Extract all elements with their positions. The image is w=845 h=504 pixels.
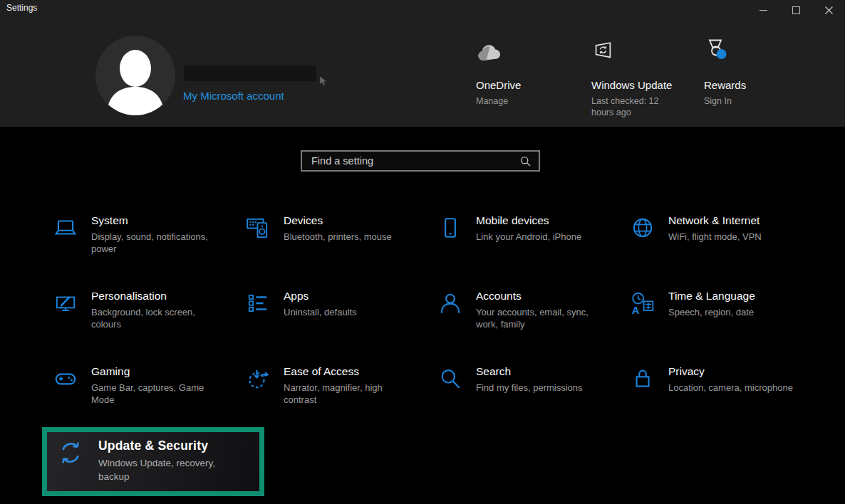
search-icon[interactable]: [520, 156, 539, 167]
search-input[interactable]: [302, 155, 520, 167]
quick-item-title: Rewards: [704, 79, 746, 91]
minimize-icon: [760, 6, 767, 14]
tile-network-internet[interactable]: Network & Internet WiFi, flight mode, VP…: [620, 214, 812, 289]
user-name-redacted: [184, 65, 316, 81]
tile-apps[interactable]: Apps Uninstall, defaults: [235, 289, 427, 364]
mouse-cursor-icon: [319, 75, 328, 87]
tile-title: Mobile devices: [476, 214, 581, 228]
avatar[interactable]: [95, 36, 175, 115]
tile-mobile-devices[interactable]: Mobile devices Link your Android, iPhone: [427, 214, 620, 289]
mobile-devices-icon: [437, 215, 463, 243]
devices-icon: [245, 215, 271, 243]
tile-subtitle: Bluetooth, printers, mouse: [284, 231, 392, 243]
tile-title: Personalisation: [91, 289, 218, 303]
window-title: Settings: [6, 3, 37, 13]
tile-accounts[interactable]: Accounts Your accounts, email, sync, wor…: [427, 289, 620, 364]
tile-title: Accounts: [476, 289, 603, 303]
search-category-icon: [437, 366, 463, 394]
accounts-icon: [437, 290, 463, 319]
tile-subtitle: Narrator, magnifier, high contrast: [284, 382, 410, 406]
tile-subtitle: Link your Android, iPhone: [476, 231, 581, 243]
tile-title: Ease of Access: [284, 364, 410, 379]
tile-title: Search: [476, 364, 583, 379]
tile-privacy[interactable]: Privacy Location, camera, microphone: [620, 364, 812, 440]
tile-time-language[interactable]: A Time & Language Speech, region, date: [620, 289, 812, 364]
time-language-icon: A: [630, 290, 655, 319]
header-band: Settings: [0, 0, 845, 127]
close-button[interactable]: [812, 0, 845, 20]
quick-item-rewards[interactable]: Rewards Sign In: [704, 38, 746, 107]
quick-item-subtitle: Last checked: 12 hours ago: [591, 95, 665, 118]
tile-title: System: [91, 214, 218, 228]
gaming-icon: [53, 366, 78, 394]
tile-subtitle: Location, camera, microphone: [668, 382, 793, 394]
highlight-outline: Update & Security Windows Update, recove…: [42, 427, 264, 496]
titlebar: Settings: [0, 0, 845, 20]
windows-update-icon: [591, 38, 672, 62]
quick-item-subtitle: Sign In: [704, 95, 746, 107]
settings-category-grid: System Display, sound, notifications, po…: [43, 214, 812, 440]
tile-subtitle: Windows Update, recovery, backup: [98, 456, 230, 483]
ease-of-access-icon: [245, 366, 271, 394]
tile-title: Gaming: [91, 364, 218, 379]
onedrive-cloud-icon: [476, 38, 521, 62]
window-controls: [747, 0, 845, 20]
tile-subtitle: Your accounts, email, sync, work, family: [476, 306, 603, 330]
tile-system[interactable]: System Display, sound, notifications, po…: [43, 214, 235, 289]
quick-item-subtitle: Manage: [476, 95, 521, 107]
apps-icon: [245, 290, 271, 319]
tile-subtitle: Speech, region, date: [668, 306, 755, 318]
minimize-button[interactable]: [747, 0, 779, 20]
settings-window: Settings: [0, 0, 845, 504]
tile-update-security[interactable]: Update & Security Windows Update, recove…: [47, 432, 259, 491]
tile-title: Network & Internet: [668, 214, 762, 228]
system-icon: [53, 215, 78, 243]
quick-item-windows-update[interactable]: Windows Update Last checked: 12 hours ag…: [591, 38, 672, 118]
find-a-setting-search: [301, 150, 540, 172]
privacy-icon: [630, 366, 655, 394]
my-microsoft-account-link[interactable]: My Microsoft account: [183, 90, 284, 102]
maximize-button[interactable]: [779, 0, 812, 20]
maximize-icon: [792, 6, 800, 14]
tile-title: Time & Language: [668, 289, 755, 303]
tile-subtitle: Display, sound, notifications, power: [91, 231, 218, 255]
user-avatar-icon: [95, 36, 175, 115]
svg-text:A: A: [632, 305, 640, 316]
tile-title: Devices: [284, 214, 392, 228]
network-internet-icon: [630, 215, 655, 243]
quick-item-title: OneDrive: [476, 79, 521, 91]
tile-title: Privacy: [668, 364, 793, 379]
tile-title: Update & Security: [98, 437, 230, 454]
tile-devices[interactable]: Devices Bluetooth, printers, mouse: [235, 214, 427, 289]
tile-subtitle: Uninstall, defaults: [284, 306, 357, 318]
update-security-sync-icon: [57, 439, 84, 469]
tile-title: Apps: [284, 289, 357, 303]
tile-search[interactable]: Search Find my files, permissions: [427, 364, 620, 440]
tile-subtitle: Background, lock screen, colours: [91, 306, 218, 330]
tile-subtitle: Find my files, permissions: [476, 382, 583, 394]
rewards-medal-icon: [704, 38, 746, 62]
quick-item-title: Windows Update: [591, 79, 672, 91]
quick-item-onedrive[interactable]: OneDrive Manage: [476, 38, 521, 107]
personalisation-icon: [53, 290, 78, 319]
close-icon: [825, 6, 833, 14]
tile-personalisation[interactable]: Personalisation Background, lock screen,…: [43, 289, 235, 364]
tile-subtitle: Game Bar, captures, Game Mode: [91, 382, 218, 406]
tile-subtitle: WiFi, flight mode, VPN: [668, 231, 762, 243]
